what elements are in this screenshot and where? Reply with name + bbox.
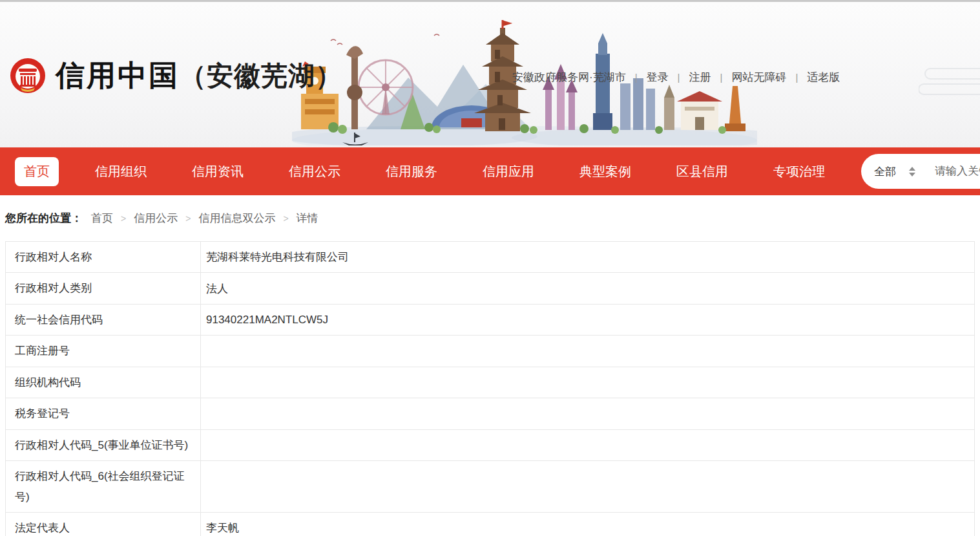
row-value [201, 398, 974, 429]
row-value: 法人 [201, 273, 974, 303]
header-link-2[interactable]: 注册 [689, 70, 711, 85]
nav-item-7[interactable]: 区县信用 [667, 157, 737, 186]
row-label: 行政相对人代码_5(事业单位证书号) [6, 430, 201, 460]
credit-china-seal-icon [9, 57, 47, 94]
row-value [201, 461, 974, 512]
row-value: 芜湖科莱特光电科技有限公司 [201, 242, 974, 272]
train-watermark-image [919, 63, 980, 102]
header-link-separator: | [635, 72, 638, 83]
row-label: 税务登记号 [6, 398, 201, 429]
search-category-value: 全部 [874, 164, 896, 179]
row-value [201, 430, 974, 460]
row-label: 行政相对人代码_6(社会组织登记证号) [6, 461, 201, 512]
header-link-separator: | [795, 72, 798, 83]
nav-items-container: 首页信用组织信用资讯信用公示信用服务信用应用典型案例区县信用专项治理 [15, 157, 861, 186]
nav-item-3[interactable]: 信用公示 [280, 157, 349, 186]
header-link-1[interactable]: 登录 [647, 70, 669, 85]
up-down-arrows-icon [909, 167, 915, 177]
row-value: 李天帆 [201, 513, 974, 536]
row-label: 组织机构代码 [6, 367, 201, 398]
table-row: 法定代表人李天帆 [6, 513, 974, 536]
table-row: 组织机构代码 [6, 367, 974, 398]
main-nav: 首页信用组织信用资讯信用公示信用服务信用应用典型案例区县信用专项治理 全部 [0, 147, 980, 195]
breadcrumb: 您所在的位置： 首页>信用公示>信用信息双公示>详情 [0, 195, 980, 241]
site-header: 信用中国 （安徽芜湖） 安徽政府服务网·芜湖市|登录|注册|网站无障碍|适老版 [0, 2, 980, 147]
site-title: 信用中国 [56, 56, 180, 95]
row-label: 工商注册号 [6, 336, 201, 366]
nav-item-2[interactable]: 信用资讯 [183, 157, 253, 186]
breadcrumb-separator: > [121, 213, 126, 224]
site-subtitle: （安徽芜湖） [180, 58, 342, 94]
breadcrumb-item-0[interactable]: 首页 [91, 211, 113, 226]
nav-item-0[interactable]: 首页 [15, 157, 59, 186]
header-link-4[interactable]: 适老版 [807, 70, 840, 85]
site-logo[interactable]: 信用中国 （安徽芜湖） [9, 56, 342, 95]
header-link-3[interactable]: 网站无障碍 [731, 70, 786, 85]
row-label: 行政相对人名称 [6, 242, 201, 272]
table-row: 行政相对人代码_5(事业单位证书号) [6, 430, 974, 461]
nav-item-8[interactable]: 专项治理 [764, 157, 834, 186]
header-links: 安徽政府服务网·芜湖市|登录|注册|网站无障碍|适老版 [512, 70, 840, 85]
table-row: 行政相对人名称芜湖科莱特光电科技有限公司 [6, 242, 974, 273]
table-row: 工商注册号 [6, 336, 974, 367]
nav-item-4[interactable]: 信用服务 [377, 157, 446, 186]
table-row: 行政相对人代码_6(社会组织登记证号) [6, 461, 974, 513]
breadcrumb-items: 首页>信用公示>信用信息双公示>详情 [91, 211, 318, 226]
header-link-separator: | [678, 72, 680, 83]
search-category-select[interactable]: 全部 [874, 164, 915, 179]
row-value [201, 336, 974, 366]
breadcrumb-separator: > [283, 213, 288, 224]
nav-item-5[interactable]: 信用应用 [474, 157, 543, 186]
nav-item-6[interactable]: 典型案例 [570, 157, 640, 186]
row-label: 法定代表人 [6, 513, 201, 536]
row-value [201, 367, 974, 398]
breadcrumb-label: 您所在的位置： [5, 211, 82, 226]
table-row: 行政相对人类别法人 [6, 273, 974, 304]
search-bar: 全部 [861, 154, 980, 189]
header-link-0[interactable]: 安徽政府服务网·芜湖市 [512, 70, 626, 85]
table-row: 统一社会信用代码91340221MA2NTLCW5J [6, 305, 974, 336]
table-row: 税务登记号 [6, 398, 974, 429]
breadcrumb-item-3: 详情 [297, 211, 318, 226]
row-value: 91340221MA2NTLCW5J [201, 305, 974, 335]
breadcrumb-item-2[interactable]: 信用信息双公示 [198, 211, 275, 226]
search-input[interactable] [935, 165, 980, 178]
nav-item-1[interactable]: 信用组织 [86, 157, 156, 186]
company-detail-table: 行政相对人名称芜湖科莱特光电科技有限公司行政相对人类别法人统一社会信用代码913… [5, 241, 975, 536]
row-label: 统一社会信用代码 [6, 305, 201, 335]
breadcrumb-separator: > [185, 213, 191, 224]
breadcrumb-item-1[interactable]: 信用公示 [134, 211, 178, 226]
header-link-separator: | [720, 72, 722, 83]
row-label: 行政相对人类别 [6, 273, 201, 303]
